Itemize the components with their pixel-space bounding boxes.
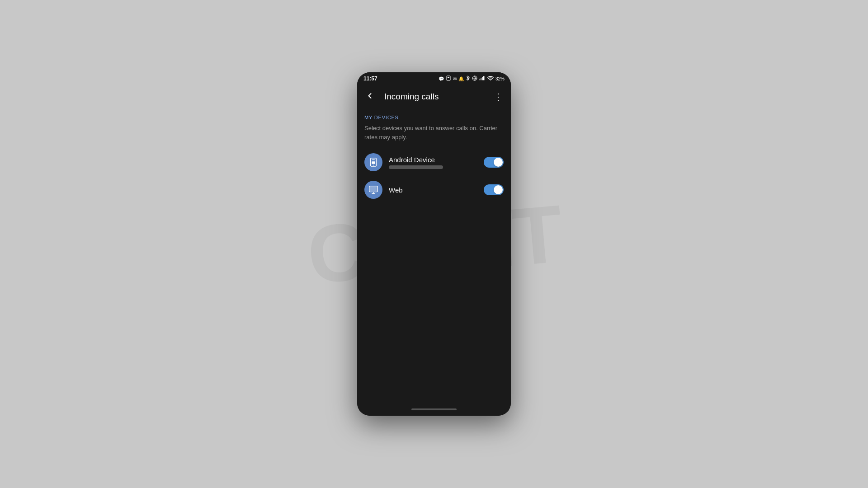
whatsapp-icon: 💬 [439,76,444,81]
battery-level: 32% [495,76,505,81]
main-content: MY DEVICES Select devices you want to an… [357,108,511,403]
web-device-icon-circle [364,181,382,199]
svg-rect-6 [483,76,485,80]
svg-point-7 [490,80,491,80]
back-button[interactable] [362,89,378,105]
vpn-icon [472,75,477,82]
android-device-name: Android Device [389,156,484,164]
page-title: Incoming calls [378,92,490,102]
web-device-toggle[interactable] [484,184,504,195]
wifi-icon [487,76,494,81]
mail-icon: ✉ [453,76,457,81]
status-bar: 11:57 💬 ✉ 🔔 [357,72,511,85]
back-icon [365,91,374,103]
android-device-info: Android Device [382,156,484,169]
signal-icon [479,76,486,81]
web-device-info: Web [382,186,484,194]
more-icon: ⋮ [494,91,503,102]
svg-rect-15 [370,187,377,191]
section-label: MY DEVICES [364,115,504,120]
web-device-name: Web [389,186,484,194]
phone-body: 11:57 💬 ✉ 🔔 [357,72,511,416]
app-bar: Incoming calls ⋮ [357,85,511,108]
more-options-button[interactable]: ⋮ [490,89,506,105]
sim-icon [446,75,451,82]
bottom-bar [357,403,511,416]
svg-rect-3 [479,79,481,80]
web-device-item: Web [364,176,504,203]
android-device-item: Android Device [364,149,504,176]
home-indicator [411,408,457,410]
section-description: Select devices you want to answer calls … [364,124,504,141]
android-device-sub [389,165,443,169]
monitor-icon [368,185,378,195]
bluetooth-icon [466,75,470,82]
smartphone-icon [368,157,378,167]
status-time: 11:57 [363,75,377,82]
phone-frame: 11:57 💬 ✉ 🔔 [357,72,511,416]
web-toggle-thumb [494,185,503,194]
svg-rect-4 [481,78,482,80]
android-device-toggle[interactable] [484,157,504,168]
android-device-icon-circle [364,153,382,171]
svg-rect-5 [482,77,483,80]
svg-rect-10 [372,161,375,164]
android-toggle-thumb [494,158,503,167]
svg-rect-1 [448,77,449,78]
notification-icon: 🔔 [458,76,464,81]
status-icons: 💬 ✉ 🔔 [439,75,505,82]
svg-point-11 [373,165,374,166]
